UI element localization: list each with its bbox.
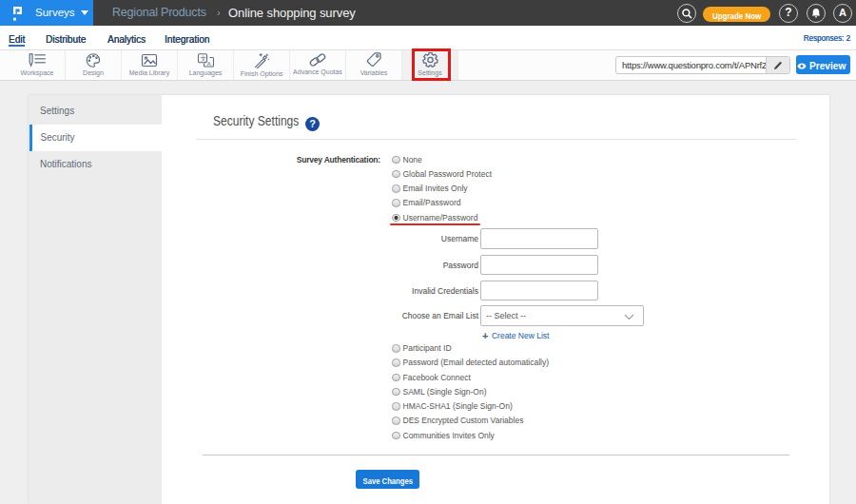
svg-text:A: A [206,60,210,66]
svg-text:文: 文 [200,54,206,61]
